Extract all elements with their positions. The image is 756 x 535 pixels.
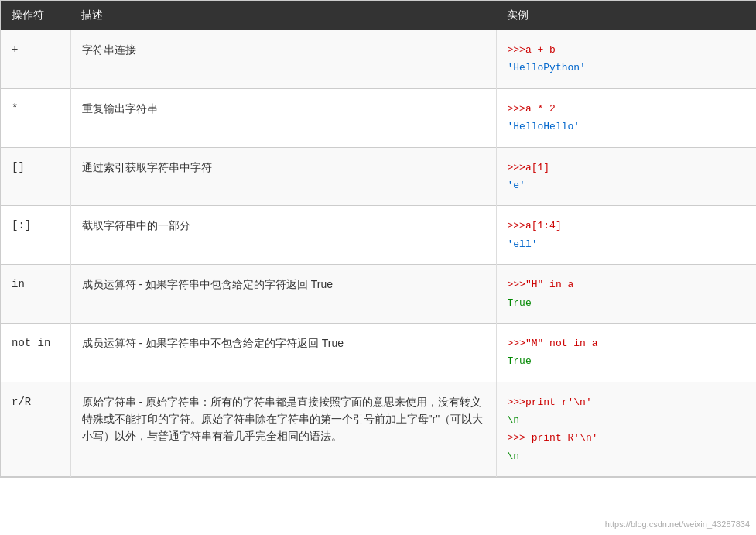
op-cell: r/R [1, 382, 70, 477]
code-line: >>> print R'\n' [508, 429, 747, 447]
example-cell: >>>a * 2'HelloHello' [496, 88, 756, 147]
op-cell: in [1, 265, 70, 324]
code-line: >>>a + b [508, 41, 747, 59]
operators-table: 操作符 描述 实例 +字符串连接>>>a + b'HelloPython'*重复… [1, 1, 756, 477]
desc-cell: 通过索引获取字符串中字符 [70, 147, 496, 206]
example-cell: >>>a + b'HelloPython' [496, 30, 756, 88]
header-op: 操作符 [1, 1, 70, 30]
table-row: in成员运算符 - 如果字符串中包含给定的字符返回 True>>>"H" in … [1, 265, 756, 324]
desc-cell: 字符串连接 [70, 30, 496, 88]
code-line: 'HelloHello' [508, 118, 747, 135]
example-cell: >>>print r'\n'\n>>> print R'\n'\n [496, 382, 756, 477]
example-cell: >>>"M" not in aTrue [496, 323, 756, 382]
code-line: \n [508, 411, 747, 429]
table-row: []通过索引获取字符串中字符>>>a[1]'e' [1, 147, 756, 206]
code-line: >>>a[1] [508, 159, 747, 177]
code-line: 'ell' [508, 235, 747, 253]
table-row: not in成员运算符 - 如果字符串中不包含给定的字符返回 True>>>"M… [1, 323, 756, 382]
main-table-wrapper: 操作符 描述 实例 +字符串连接>>>a + b'HelloPython'*重复… [0, 0, 756, 478]
code-line: \n [508, 448, 747, 465]
code-line: True [508, 352, 747, 370]
code-line: 'HelloPython' [508, 59, 747, 77]
code-line: >>>"H" in a [508, 276, 747, 293]
table-row: +字符串连接>>>a + b'HelloPython' [1, 30, 756, 88]
op-cell: + [1, 30, 70, 88]
desc-cell: 成员运算符 - 如果字符串中包含给定的字符返回 True [70, 265, 496, 324]
code-line: >>>print r'\n' [508, 393, 747, 411]
table-row: [:]截取字符串中的一部分>>>a[1:4]'ell' [1, 206, 756, 265]
code-line: >>>a[1:4] [508, 217, 747, 235]
desc-cell: 重复输出字符串 [70, 88, 496, 147]
op-cell: [:] [1, 206, 70, 265]
op-cell: [] [1, 147, 70, 206]
desc-cell: 原始字符串 - 原始字符串：所有的字符串都是直接按照字面的意思来使用，没有转义特… [70, 382, 496, 477]
example-cell: >>>a[1]'e' [496, 147, 756, 206]
code-line: True [508, 294, 747, 312]
header-example: 实例 [496, 1, 756, 30]
code-line: >>>a * 2 [508, 100, 747, 118]
op-cell: not in [1, 323, 70, 382]
header-desc: 描述 [70, 1, 496, 30]
op-cell: * [1, 88, 70, 147]
table-row: r/R原始字符串 - 原始字符串：所有的字符串都是直接按照字面的意思来使用，没有… [1, 382, 756, 477]
table-row: *重复输出字符串>>>a * 2'HelloHello' [1, 88, 756, 147]
example-cell: >>>"H" in aTrue [496, 265, 756, 324]
table-header-row: 操作符 描述 实例 [1, 1, 756, 30]
code-line: 'e' [508, 177, 747, 194]
desc-cell: 截取字符串中的一部分 [70, 206, 496, 265]
desc-cell: 成员运算符 - 如果字符串中不包含给定的字符返回 True [70, 323, 496, 382]
example-cell: >>>a[1:4]'ell' [496, 206, 756, 265]
code-line: >>>"M" not in a [508, 334, 747, 352]
